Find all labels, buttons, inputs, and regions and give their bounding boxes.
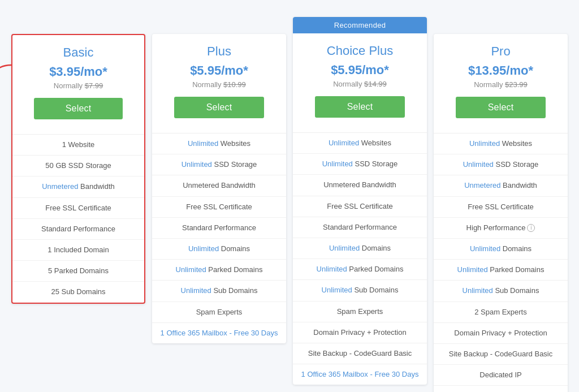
feature-item: Free SSL Certificate (293, 196, 427, 217)
plan-header-pro: Pro$13.95/mo*Normally $23.99Select (434, 34, 568, 127)
plan-name-basic: Basic (19, 45, 137, 60)
plan-card-basic: Basic$3.95/mo*Normally $7.99Select1 Webs… (11, 34, 145, 304)
select-button-choice-plus[interactable]: Select (315, 96, 405, 118)
feature-item: Standard Performance (293, 217, 427, 238)
plan-header-choice-plus: Choice Plus$5.95/mo*Normally $14.99Selec… (293, 33, 427, 127)
feature-item: Unlimited SSD Storage (293, 154, 427, 175)
features-list-plus: Unlimited WebsitesUnlimited SSD StorageU… (152, 133, 286, 343)
feature-item: Domain Privacy + Protection (434, 323, 568, 344)
feature-item: Domain Privacy + Protection (293, 322, 427, 343)
features-list-pro: Unlimited WebsitesUnlimited SSD StorageU… (434, 133, 568, 392)
feature-item: Unmetered Bandwidth (152, 175, 286, 196)
plan-price-choice-plus: $5.95/mo* (300, 63, 420, 77)
feature-item: Unlimited Sub Domains (152, 281, 286, 301)
feature-item: Unlimited SSD Storage (152, 154, 286, 175)
feature-item: Unmetered Bandwidth (293, 175, 427, 196)
feature-item: Unlimited Websites (293, 133, 427, 154)
feature-item: Spam Experts (152, 302, 286, 323)
plan-card-pro: Pro$13.95/mo*Normally $23.99SelectUnlimi… (434, 34, 568, 392)
feature-item: 1 Office 365 Mailbox - Free 30 Days (434, 386, 568, 392)
feature-item: Free SSL Certificate (12, 198, 144, 219)
feature-item: Unmetered Bandwidth (434, 175, 568, 196)
plan-price-plus: $5.95/mo* (159, 63, 279, 78)
feature-item: 1 Website (12, 135, 144, 156)
plan-price-pro: $13.95/mo* (440, 63, 561, 78)
plan-card-choice-plus: RecommendedChoice Plus$5.95/mo*Normally … (293, 17, 427, 385)
feature-item: 50 GB SSD Storage (12, 156, 144, 176)
feature-item: High Performancei (434, 218, 568, 239)
feature-item: 2 Spam Experts (434, 302, 568, 323)
feature-item: Dedicated IP (434, 365, 568, 386)
feature-item: Site Backup - CodeGuard Basic (293, 343, 427, 364)
feature-item: Unlimited Sub Domains (434, 281, 568, 301)
pricing-container: Basic$3.95/mo*Normally $7.99Select1 Webs… (11, 11, 568, 392)
feature-item: Free SSL Certificate (152, 197, 286, 218)
feature-item: 1 Office 365 Mailbox - Free 30 Days (293, 364, 427, 385)
plan-name-choice-plus: Choice Plus (300, 44, 420, 58)
feature-item: Unlimited Domains (152, 239, 286, 260)
feature-item: 5 Parked Domains (12, 261, 144, 282)
plan-header-basic: Basic$3.95/mo*Normally $7.99Select (12, 35, 144, 128)
features-list-basic: 1 Website50 GB SSD StorageUnmetered Band… (12, 134, 144, 303)
plan-name-pro: Pro (440, 44, 561, 59)
feature-item: 1 Included Domain (12, 240, 144, 261)
feature-item: 1 Office 365 Mailbox - Free 30 Days (152, 323, 286, 343)
plan-normal-price-basic: Normally $7.99 (19, 81, 137, 90)
feature-item: Unlimited SSD Storage (434, 154, 568, 175)
features-list-choice-plus: Unlimited WebsitesUnlimited SSD StorageU… (293, 132, 427, 385)
feature-item: Unmetered Bandwidth (12, 176, 144, 197)
plan-header-plus: Plus$5.95/mo*Normally $10.99Select (152, 34, 286, 127)
feature-item: Unlimited Websites (152, 133, 286, 154)
feature-item: Unlimited Sub Domains (293, 280, 427, 301)
plan-normal-price-choice-plus: Normally $14.99 (300, 80, 420, 88)
feature-item: Standard Performance (12, 219, 144, 240)
feature-item: Unlimited Domains (293, 238, 427, 259)
feature-item: Unlimited Parked Domains (434, 260, 568, 281)
feature-item: Spam Experts (293, 301, 427, 322)
feature-item: 25 Sub Domains (12, 282, 144, 302)
info-icon[interactable]: i (527, 224, 535, 232)
recommended-badge: Recommended (293, 17, 427, 33)
select-button-plus[interactable]: Select (174, 97, 265, 118)
select-button-basic[interactable]: Select (34, 98, 123, 119)
plan-card-plus: Plus$5.95/mo*Normally $10.99SelectUnlimi… (152, 34, 286, 343)
plan-normal-price-plus: Normally $10.99 (159, 80, 279, 89)
plan-price-basic: $3.95/mo* (19, 64, 137, 79)
feature-item: Unlimited Websites (434, 133, 568, 154)
feature-item: Free SSL Certificate (434, 197, 568, 218)
feature-item: Unlimited Parked Domains (293, 259, 427, 280)
plan-normal-price-pro: Normally $23.99 (440, 80, 561, 89)
feature-item: Site Backup - CodeGuard Basic (434, 344, 568, 365)
feature-item: Standard Performance (152, 218, 286, 239)
feature-item: Unlimited Domains (434, 239, 568, 260)
feature-item: Unlimited Parked Domains (152, 260, 286, 281)
select-button-pro[interactable]: Select (456, 97, 546, 118)
plan-name-plus: Plus (159, 44, 279, 59)
